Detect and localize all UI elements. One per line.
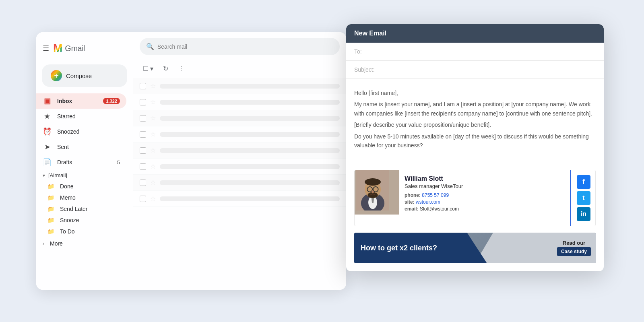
- snooze-label: Snooze: [60, 217, 79, 223]
- email-checkbox[interactable]: [140, 83, 146, 89]
- drafts-label: Drafts: [57, 159, 72, 165]
- snoozed-label: Snoozed: [57, 128, 79, 135]
- sig-name: William Slott: [405, 175, 564, 182]
- folder-memo-icon: 📁: [47, 194, 54, 201]
- email-signature: William Slott Sales manager WiseTour pho…: [354, 170, 596, 226]
- star-button[interactable]: ☆: [150, 147, 156, 154]
- folder-sendlater-icon: 📁: [47, 206, 54, 212]
- email-checkbox[interactable]: [140, 147, 146, 154]
- folder-todo-icon: 📁: [47, 228, 54, 235]
- more-label: More: [50, 240, 63, 247]
- email-preview-bar: [160, 196, 340, 201]
- more-toolbar-button[interactable]: ⋮: [175, 62, 188, 75]
- email-row[interactable]: ☆: [133, 78, 346, 94]
- star-button[interactable]: ☆: [150, 130, 156, 138]
- sent-label: Sent: [57, 144, 69, 150]
- select-all-button[interactable]: ☐ ▾: [140, 62, 157, 75]
- banner-cta-bottom: Case study: [557, 247, 591, 256]
- body-greeting: Hello [first name],: [354, 89, 596, 97]
- star-button[interactable]: ☆: [150, 163, 156, 170]
- sidebar-item-starred[interactable]: ★ Starred: [36, 109, 126, 124]
- star-button[interactable]: ☆: [150, 82, 156, 90]
- folder-snooze-icon: 📁: [47, 217, 54, 223]
- search-input[interactable]: [157, 43, 333, 50]
- sidebar-item-done[interactable]: 📁 Done: [36, 181, 133, 192]
- compose-button[interactable]: + Compose: [42, 64, 127, 87]
- sidebar-item-more[interactable]: › More: [36, 237, 126, 250]
- twitter-button[interactable]: t: [577, 191, 590, 205]
- email-row[interactable]: ☆: [133, 175, 346, 191]
- sidebar-item-todo[interactable]: 📁 To Do: [36, 226, 133, 237]
- signature-info: William Slott Sales manager WiseTour pho…: [399, 170, 570, 226]
- body-line2: [Briefly describe your value proposition…: [354, 120, 596, 129]
- airmail-section[interactable]: ▾ [Airmail]: [36, 170, 133, 181]
- person-illustration: [355, 170, 391, 211]
- email-checkbox[interactable]: [140, 115, 146, 122]
- gmail-m-letter: M: [53, 42, 62, 55]
- search-bar[interactable]: 🔍: [140, 38, 340, 55]
- phone-label: phone:: [405, 192, 421, 198]
- airmail-label: [Airmail]: [48, 172, 67, 178]
- signature-photo: [355, 170, 399, 215]
- email-value: Slott@wstour.com: [420, 206, 459, 212]
- svg-point-10: [372, 190, 374, 193]
- email-row[interactable]: ☆: [133, 159, 346, 175]
- inbox-label: Inbox: [57, 98, 72, 104]
- done-label: Done: [60, 183, 73, 190]
- to-label: To:: [354, 48, 362, 55]
- email-row[interactable]: ☆: [133, 94, 346, 110]
- star-button[interactable]: ☆: [150, 195, 156, 202]
- email-checkbox[interactable]: [140, 196, 146, 202]
- gmail-sidebar: ☰ M Gmail + Compose ▣ Inbox 1,322 ★ Star…: [36, 32, 133, 290]
- email-checkbox[interactable]: [140, 180, 146, 186]
- sidebar-header: ☰ M Gmail: [36, 39, 133, 61]
- sig-site: site: wstour.com: [405, 199, 564, 205]
- banner-headline: How to get x2 clients?: [354, 244, 437, 253]
- email-row[interactable]: ☆: [133, 110, 346, 126]
- email-banner: How to get x2 clients? Read our Case stu…: [354, 233, 596, 263]
- email-preview-bar: [160, 164, 340, 169]
- gmail-logo: M Gmail: [53, 42, 85, 55]
- sidebar-item-drafts[interactable]: 📄 Drafts 5: [36, 155, 126, 170]
- email-checkbox[interactable]: [140, 163, 146, 170]
- facebook-button[interactable]: f: [577, 175, 590, 189]
- sidebar-item-snoozed[interactable]: ⏰ Snoozed: [36, 124, 126, 139]
- email-preview-bar: [160, 132, 340, 137]
- compose-body[interactable]: Hello [first name], My name is [insert y…: [346, 79, 604, 162]
- email-checkbox[interactable]: [140, 131, 146, 138]
- drafts-count: 5: [117, 159, 120, 165]
- body-line1: My name is [insert your name], and I am …: [354, 100, 596, 118]
- email-row[interactable]: ☆: [133, 142, 346, 159]
- toolbar: ☐ ▾ ↻ ⋮: [133, 61, 346, 78]
- email-preview-bar: [160, 148, 340, 153]
- sidebar-item-send-later[interactable]: 📁 Send Later: [36, 203, 133, 215]
- star-button[interactable]: ☆: [150, 179, 156, 186]
- subject-label: Subject:: [354, 66, 375, 73]
- email-checkbox[interactable]: [140, 99, 146, 105]
- compose-window: New Email To: Subject: Hello [first name…: [346, 24, 604, 271]
- compose-to-field[interactable]: To:: [346, 43, 604, 61]
- chevron-down-icon: ›: [43, 241, 44, 246]
- compose-subject-field[interactable]: Subject:: [346, 61, 604, 79]
- email-row[interactable]: ☆: [133, 191, 346, 207]
- email-row[interactable]: ☆: [133, 126, 346, 142]
- search-icon: 🔍: [146, 43, 154, 50]
- star-button[interactable]: ☆: [150, 98, 156, 106]
- sidebar-item-sent[interactable]: ➤ Sent: [36, 139, 126, 155]
- star-button[interactable]: ☆: [150, 114, 156, 122]
- sidebar-item-memo[interactable]: 📁 Memo: [36, 192, 133, 203]
- sidebar-item-snooze[interactable]: 📁 Snooze: [36, 215, 133, 226]
- banner-cta[interactable]: Read our Case study: [557, 240, 591, 256]
- linkedin-button[interactable]: in: [577, 207, 590, 221]
- clock-icon: ⏰: [43, 127, 52, 136]
- todo-label: To Do: [60, 228, 75, 235]
- signature-divider: [570, 170, 571, 226]
- memo-label: Memo: [60, 194, 76, 201]
- menu-icon[interactable]: ☰: [43, 44, 49, 53]
- sig-title: Sales manager WiseTour: [405, 183, 564, 189]
- sig-phone: phone: 8755 57 099: [405, 192, 564, 198]
- refresh-button[interactable]: ↻: [160, 62, 171, 75]
- sidebar-item-inbox[interactable]: ▣ Inbox 1,322: [36, 93, 126, 109]
- signature-social: f t in: [572, 170, 595, 226]
- sig-email: email: Slott@wstour.com: [405, 206, 564, 212]
